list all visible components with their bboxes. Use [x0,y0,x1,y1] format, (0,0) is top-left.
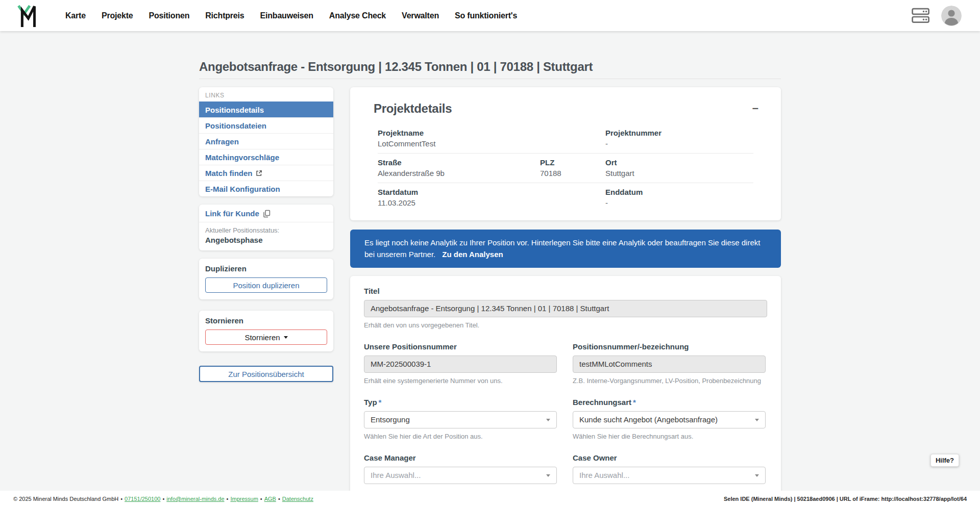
top-navigation-bar: Karte Projekte Positionen Richtpreis Ein… [0,0,980,31]
analytik-alert-banner: Es liegt noch keine Analytik zu Ihrer Po… [350,230,781,268]
case-owner-placeholder: Ihre Auswahl... [579,471,629,479]
strasse-label: Straße [378,158,540,167]
bezeichnung-helper: Z.B. Interne-Vorgangsnummer, LV-Position… [573,377,766,385]
berechnungsart-label: Berechnungsart* [573,398,766,407]
footer-datenschutz-link[interactable]: Datenschutz [282,496,313,502]
title-divider [199,79,781,79]
position-duplizieren-button[interactable]: Position duplizieren [205,277,327,293]
sidebar-item-label: Positionsdetails [205,106,264,114]
sidebar-item-email-konfiguration[interactable]: E-Mail Konfiguration [199,181,333,196]
footer-copyright: © 2025 Mineral Minds Deutschland GmbH [13,496,118,502]
ort-label: Ort [605,158,753,167]
zu-den-analysen-link[interactable]: Zu den Analysen [442,250,503,259]
nav-item-karte[interactable]: Karte [65,11,86,20]
sidebar-item-anfragen[interactable]: Anfragen [199,133,333,149]
user-avatar-icon[interactable] [941,6,962,26]
footer-separator: • [120,496,122,502]
sidebar-item-positionsdateien[interactable]: Positionsdateien [199,117,333,133]
sidebar-item-label: Matchingvorschläge [205,153,279,162]
required-asterisk: * [633,398,636,407]
footer-phone-link[interactable]: 07151/250100 [125,496,160,502]
detail-row-adresse: Straße Alexanderstraße 9b PLZ 70188 Ort … [378,153,753,183]
projektdetails-title: Projektdetails [374,102,757,116]
case-manager-label: Case Manager [364,453,557,462]
typ-select[interactable]: Entsorgung [364,411,557,428]
titel-input[interactable] [364,300,767,317]
nav-item-einbauweisen[interactable]: Einbauweisen [260,11,313,20]
projektname-label: Projektname [378,129,605,137]
ort-value: Stuttgart [605,169,753,178]
footer-email-link[interactable]: info@mineral-minds.de [166,496,224,502]
case-owner-select[interactable]: Ihre Auswahl... [573,467,766,484]
startdatum-value: 11.03.2025 [378,198,605,207]
footer-impressum-link[interactable]: Impressum [230,496,258,502]
link-fuer-kunde-label: Link für Kunde [205,209,259,218]
server-icon[interactable] [912,7,930,24]
sidebar-links-header: LINKS [199,87,333,102]
projektnummer-label: Projektnummer [605,129,753,137]
startdatum-label: Startdatum [378,188,605,196]
page-title: Angebotsanfrage - Entsorgung | 12.345 To… [199,60,781,74]
footer-agb-link[interactable]: AGB [264,496,276,502]
hilfe-button[interactable]: Hilfe? [930,454,959,467]
case-manager-select[interactable]: Ihre Auswahl... [364,467,557,484]
nav-item-projekte[interactable]: Projekte [102,11,133,20]
titel-helper: Erhält den von uns vorgegebenen Titel. [364,321,767,329]
berechnungsart-helper: Wählen Sie hier die Berechnungsart aus. [573,433,766,440]
page-content: Angebotsanfrage - Entsorgung | 12.345 To… [0,31,980,507]
copy-icon[interactable] [263,210,271,218]
position-status-value: Angebotsphase [205,236,327,244]
enddatum-label: Enddatum [605,188,753,196]
titel-label: Titel [364,287,767,295]
berechnungsart-select[interactable]: Kunde sucht Angebot (Angebotsanfrage) [573,411,766,428]
position-status-caption: Aktueller Positionsstatus: [205,226,327,234]
caret-down-icon [284,336,288,339]
positionsnummer-label: Unsere Positionsnummer [364,342,557,351]
zur-positionsuebersicht-button[interactable]: Zur Positionsübersicht [199,366,333,382]
sidebar-item-positionsdetails[interactable]: Positionsdetails [199,102,333,117]
main-nav: Karte Projekte Positionen Richtpreis Ein… [65,11,517,20]
footer-ide-info: Selen IDE (Mineral Minds) | 50218aed0906… [724,496,967,502]
footer-separator: • [260,496,262,502]
bezeichnung-label: Positionsnummer/-bezeichnung [573,342,766,351]
berechnungsart-label-text: Berechnungsart [573,398,631,407]
nav-item-verwalten[interactable]: Verwalten [402,11,439,20]
footer-separator: • [227,496,229,502]
sidebar-item-label: Match finden [205,169,253,178]
duplicate-heading: Duplizieren [205,264,327,273]
case-manager-placeholder: Ihre Auswahl... [371,471,421,479]
sidebar: LINKS Positionsdetails Positionsdateien … [199,87,333,507]
plz-value: 70188 [540,169,605,178]
mineral-minds-logo[interactable] [17,4,40,28]
positionsnummer-input[interactable] [364,356,557,373]
footer-separator: • [162,496,164,502]
nav-item-so-funktionierts[interactable]: So funktioniert's [455,11,517,20]
footer-separator: • [278,496,280,502]
stornieren-button[interactable]: Stornieren [205,329,327,345]
nav-item-richtpreis[interactable]: Richtpreis [205,11,244,20]
link-fuer-kunde-button[interactable]: Link für Kunde [199,205,333,222]
bezeichnung-input[interactable] [573,356,766,373]
plz-label: PLZ [540,158,605,167]
position-form-card: Titel Erhält den von uns vorgegebenen Ti… [350,276,781,507]
projektname-value: LotCommentTest [378,139,605,148]
case-owner-label: Case Owner [573,453,766,462]
projektnummer-value: - [605,139,753,148]
nav-item-analyse-check[interactable]: Analyse Check [329,11,386,20]
cancel-card: Stornieren Stornieren [199,311,333,351]
stornieren-button-label: Stornieren [244,333,280,342]
sidebar-item-label: Anfragen [205,137,239,146]
footer: © 2025 Mineral Minds Deutschland GmbH • … [0,491,980,507]
main-column: Projektdetails – Projektname LotCommentT… [350,87,781,507]
typ-label-text: Typ [364,398,377,407]
nav-item-positionen[interactable]: Positionen [149,11,189,20]
strasse-value: Alexanderstraße 9b [378,169,540,178]
sidebar-item-matchingvorschlaege[interactable]: Matchingvorschläge [199,149,333,165]
sidebar-links-card: LINKS Positionsdetails Positionsdateien … [199,87,333,196]
enddatum-value: - [605,198,753,207]
customer-link-card: Link für Kunde Aktueller Positionsstatus… [199,205,333,250]
berechnungsart-select-value: Kunde sucht Angebot (Angebotsanfrage) [579,415,718,424]
collapse-icon[interactable]: – [752,103,758,114]
sidebar-item-match-finden[interactable]: Match finden [199,165,333,181]
typ-label: Typ* [364,398,557,407]
